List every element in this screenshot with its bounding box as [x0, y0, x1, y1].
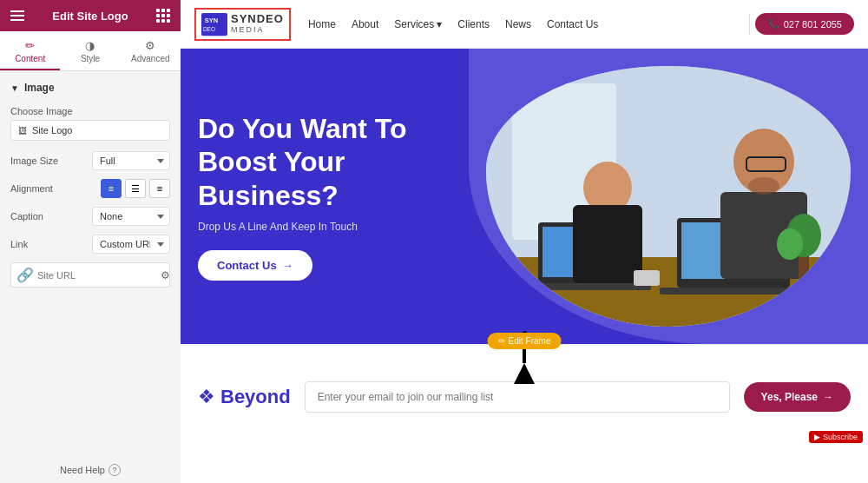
- subscribe-button[interactable]: Yes, Please →: [744, 382, 851, 412]
- svg-rect-11: [660, 288, 807, 294]
- nav-about[interactable]: About: [352, 18, 378, 30]
- nav-clients[interactable]: Clients: [457, 18, 490, 30]
- phone-button[interactable]: 📞 027 801 2055: [755, 13, 854, 35]
- left-panel: Edit Site Logo Content Style Advanced ▼ …: [0, 0, 181, 483]
- align-left-btn[interactable]: ≡: [101, 179, 122, 198]
- yt-label: Subscribe: [823, 433, 858, 441]
- image-icon: 🖼: [18, 126, 27, 136]
- image-size-label: Image Size: [10, 155, 58, 166]
- tab-content[interactable]: Content: [0, 31, 60, 70]
- dropdown-arrow-icon: ▾: [437, 18, 442, 30]
- collapse-icon[interactable]: ▼: [10, 83, 19, 93]
- panel-content: ▼ Image Choose Image 🖼 Site Logo Image S…: [0, 71, 181, 457]
- bottom-section: ✏ Edit Frame ❖ Beyond Yes, Please → ▶ Su…: [181, 344, 868, 448]
- hero-cta-button[interactable]: Contact Us →: [198, 250, 312, 281]
- grid-icon[interactable]: [156, 9, 170, 23]
- pencil-icon: [25, 38, 35, 52]
- gear-icon: [145, 38, 155, 52]
- logo-top: SYNDEO: [231, 13, 284, 25]
- nav-services[interactable]: Services ▾: [394, 18, 442, 30]
- logo-svg: SYN DEO: [201, 12, 227, 36]
- url-gear-icon[interactable]: ⚙: [161, 269, 170, 281]
- image-size-select[interactable]: Full Medium Thumbnail: [92, 151, 170, 170]
- url-input[interactable]: [37, 270, 157, 281]
- choose-image-row: Choose Image 🖼 Site Logo: [10, 106, 170, 141]
- edit-frame-button[interactable]: ✏ Edit Frame: [488, 333, 562, 349]
- image-section-header: ▼ Image: [10, 82, 170, 94]
- choose-image-input[interactable]: 🖼 Site Logo: [10, 120, 170, 141]
- choose-image-label: Choose Image: [10, 106, 170, 116]
- choose-image-value: Site Logo: [32, 125, 72, 136]
- nav-divider: [749, 14, 750, 35]
- tab-content-label: Content: [15, 54, 45, 63]
- alignment-row: Alignment ≡ ☰ ≡: [10, 179, 170, 198]
- yt-icon: ▶: [814, 433, 820, 441]
- logo-text: SYNDEO MEDIA: [231, 13, 284, 34]
- yt-badge[interactable]: ▶ Subscribe: [809, 431, 863, 443]
- panel-tabs: Content Style Advanced: [0, 31, 181, 71]
- subscribe-arrow-icon: →: [823, 391, 833, 403]
- caption-row: Caption None Custom: [10, 207, 170, 226]
- beyond-icon: ❖: [198, 386, 215, 408]
- arrow-up-icon: [514, 363, 535, 384]
- nav-news[interactable]: News: [505, 18, 531, 30]
- panel-title: Edit Site Logo: [52, 10, 128, 23]
- align-right-btn[interactable]: ≡: [149, 179, 170, 198]
- office-scene-svg: [486, 66, 851, 327]
- url-row: 🔗 ⚙: [10, 262, 170, 288]
- hero-content: Do You Want To Boost Your Business? Drop…: [181, 86, 510, 307]
- tab-advanced-label: Advanced: [131, 54, 169, 63]
- arrow-right-icon: →: [282, 259, 293, 272]
- hero-image-placeholder: [486, 66, 851, 327]
- caption-select[interactable]: None Custom: [92, 207, 170, 226]
- svg-point-17: [748, 177, 779, 195]
- site-navbar: SYN DEO SYNDEO MEDIA Home About Services…: [181, 0, 868, 49]
- hero-cta-label: Contact Us: [217, 259, 277, 272]
- svg-rect-8: [521, 283, 651, 290]
- help-icon[interactable]: ?: [108, 464, 121, 476]
- phone-icon: 📞: [767, 18, 779, 30]
- logo-bottom: MEDIA: [231, 26, 284, 35]
- link-select[interactable]: Custom URL None: [92, 235, 170, 254]
- hero-subtitle: Drop Us A Line And Keep In Touch: [198, 221, 484, 233]
- image-size-row: Image Size Full Medium Thumbnail: [10, 151, 170, 170]
- svg-rect-21: [634, 270, 660, 286]
- edit-frame-label: Edit Frame: [509, 336, 551, 346]
- subscribe-label: Yes, Please: [761, 391, 818, 403]
- beyond-text: Beyond: [220, 386, 291, 408]
- link-label: Link: [10, 239, 28, 249]
- caption-label: Caption: [10, 211, 43, 222]
- beyond-logo: ❖ Beyond: [198, 386, 291, 408]
- tab-advanced[interactable]: Advanced: [121, 31, 181, 70]
- nav-home[interactable]: Home: [308, 18, 336, 30]
- need-help: Need Help ?: [0, 457, 181, 483]
- svg-point-20: [777, 228, 803, 260]
- hamburger-icon[interactable]: [10, 10, 24, 21]
- link-row: Link Custom URL None: [10, 235, 170, 254]
- url-input-row: 🔗 ⚙: [10, 262, 170, 288]
- align-center-btn[interactable]: ☰: [125, 179, 146, 198]
- hero-title: Do You Want To Boost Your Business?: [198, 112, 484, 212]
- logo-box[interactable]: SYN DEO SYNDEO MEDIA: [194, 8, 291, 41]
- svg-text:DEO: DEO: [203, 25, 215, 31]
- svg-text:SYN: SYN: [205, 17, 218, 24]
- panel-header: Edit Site Logo: [0, 0, 181, 31]
- phone-number: 027 801 2055: [784, 19, 842, 30]
- tab-style-label: Style: [81, 54, 100, 63]
- circle-icon: [85, 38, 95, 52]
- nav-links: Home About Services ▾ Clients News Conta…: [308, 18, 744, 30]
- image-section-title: Image: [24, 82, 55, 94]
- alignment-label: Alignment: [10, 183, 53, 194]
- hero-section: Do You Want To Boost Your Business? Drop…: [181, 49, 868, 344]
- nav-contact[interactable]: Contact Us: [547, 18, 598, 30]
- tab-style[interactable]: Style: [60, 31, 120, 70]
- link-icon: 🔗: [16, 267, 34, 283]
- email-input[interactable]: [305, 381, 730, 413]
- edit-icon: ✏: [498, 336, 505, 346]
- svg-rect-13: [573, 205, 642, 283]
- need-help-text: Need Help: [60, 465, 105, 475]
- hero-image: [486, 66, 851, 327]
- alignment-buttons: ≡ ☰ ≡: [101, 179, 170, 198]
- right-panel: SYN DEO SYNDEO MEDIA Home About Services…: [181, 0, 868, 483]
